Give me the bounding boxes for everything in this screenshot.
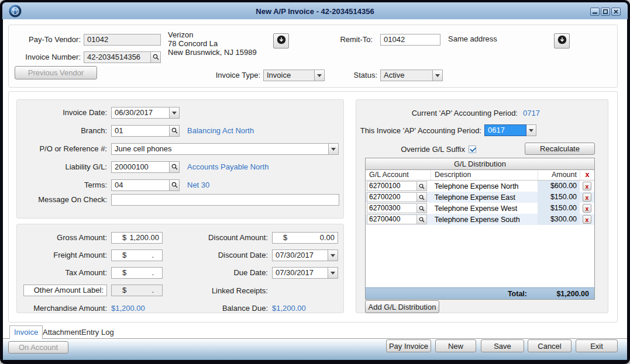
column-header-description: Description [431, 170, 538, 180]
liability-gl-name-link[interactable]: Accounts Payable North [187, 161, 268, 173]
other-amount-field[interactable]: $ . [111, 285, 163, 296]
discount-amount-field[interactable]: $ 0.00 [272, 232, 338, 244]
on-account-button[interactable]: On Account [8, 341, 68, 353]
amount-cell[interactable]: $600.00 [538, 181, 580, 192]
discount-date-combo[interactable]: 07/30/2017 [272, 249, 338, 261]
currency-symbol: $ [122, 250, 126, 261]
search-icon [153, 52, 159, 63]
account-field[interactable]: 62700400 [367, 214, 417, 224]
liability-gl-search-button[interactable] [170, 161, 180, 173]
remit-to-field[interactable]: 01042 [380, 34, 440, 46]
amount-cell[interactable]: $150.00 [538, 203, 580, 214]
remit-address-expand-button[interactable] [554, 33, 570, 48]
other-amount-value: . [152, 285, 154, 296]
invoice-type-dropdown-arrow[interactable] [315, 70, 325, 81]
po-reference-dropdown-arrow[interactable] [329, 143, 339, 155]
cancel-button[interactable]: Cancel [528, 339, 572, 352]
delete-cell: x [580, 204, 594, 213]
close-button[interactable] [611, 8, 621, 16]
description-cell[interactable]: Telephone Expense East [431, 193, 538, 202]
branch-field[interactable]: 01 [111, 125, 170, 137]
delete-row-button[interactable]: x [583, 182, 591, 190]
other-amount-label-field[interactable]: Other Amount Label: [23, 285, 107, 296]
invoice-date-dropdown-arrow[interactable] [170, 107, 180, 119]
delete-row-button[interactable]: x [583, 193, 591, 202]
vendor-address-expand-button[interactable] [273, 33, 289, 48]
liability-gl-label: Liability G/L: [35, 161, 107, 173]
exit-button[interactable]: Exit [576, 339, 618, 352]
account-field[interactable]: 62700300 [367, 203, 417, 213]
invoice-ap-period-value[interactable]: 0617 [484, 124, 526, 136]
description-cell[interactable]: Telephone Expense South [431, 216, 538, 224]
account-search-button[interactable] [417, 203, 427, 213]
discount-date-value[interactable]: 07/30/2017 [272, 249, 328, 261]
invoice-ap-period-combo[interactable]: 0617 [484, 124, 536, 136]
liability-gl-field[interactable]: 20000100 [111, 161, 170, 173]
discount-date-dropdown-arrow[interactable] [328, 249, 338, 261]
add-gl-distribution-button[interactable]: Add G/L Distribution [365, 300, 439, 313]
freight-amount-field[interactable]: $ . [111, 249, 163, 261]
tab-invoice[interactable]: Invoice [9, 325, 43, 339]
circle-down-arrow-icon [557, 35, 567, 47]
previous-vendor-button[interactable]: Previous Vendor [15, 66, 97, 79]
account-field[interactable]: 62700100 [367, 181, 417, 191]
terms-name-link[interactable]: Net 30 [187, 179, 209, 191]
invoice-ap-period-dropdown-arrow[interactable] [526, 124, 536, 136]
delete-row-button[interactable]: x [583, 204, 591, 213]
pay-invoice-button[interactable]: Pay Invoice [386, 339, 431, 352]
description-cell[interactable]: Telephone Expense West [431, 204, 538, 213]
invoice-type-value[interactable]: Invoice [263, 70, 315, 81]
delete-row-button[interactable]: x [583, 215, 591, 224]
terms-field[interactable]: 04 [111, 179, 170, 191]
status-value[interactable]: Active [380, 70, 433, 81]
search-icon [419, 192, 425, 203]
invoice-number-search-button[interactable] [151, 51, 161, 63]
delete-cell: x [580, 182, 594, 190]
invoice-number-group: 42-2034514356 [84, 51, 161, 63]
circle-down-arrow-icon [277, 35, 286, 47]
delete-cell: x [580, 193, 594, 202]
message-on-check-field[interactable] [111, 194, 339, 206]
recalculate-button[interactable]: Recalculate [525, 143, 595, 155]
status-combo[interactable]: Active [380, 70, 443, 81]
save-button[interactable]: Save [481, 339, 524, 352]
invoice-number-field[interactable]: 42-2034514356 [84, 51, 151, 63]
pay-to-vendor-field[interactable]: 01042 [84, 34, 161, 46]
po-reference-combo[interactable]: June cell phones [111, 143, 339, 155]
po-reference-value[interactable]: June cell phones [111, 143, 329, 155]
chevron-down-icon [435, 74, 440, 79]
tab-entry-log[interactable]: Entry Log [77, 326, 118, 338]
override-gl-suffix-checkbox[interactable] [469, 145, 476, 153]
due-date-dropdown-arrow[interactable] [328, 267, 338, 279]
search-icon [419, 203, 425, 214]
merchandise-amount-label: Merchandise Amount: [23, 303, 107, 314]
maximize-button[interactable] [601, 8, 610, 16]
account-search-button[interactable] [417, 192, 427, 202]
new-button[interactable]: New [435, 339, 476, 352]
gl-distribution-table-title: G/L Distribution [366, 158, 594, 170]
account-search-button[interactable] [417, 181, 427, 191]
table-total-row: Total: $1,200.00 [366, 287, 594, 299]
branch-name-link[interactable]: Balancing Act North [187, 125, 254, 137]
due-date-combo[interactable]: 07/30/2017 [272, 267, 338, 279]
invoice-date-combo[interactable]: 06/30/2017 [111, 107, 180, 119]
terms-search-button[interactable] [170, 179, 180, 191]
account-cell: 62700400 [366, 214, 431, 225]
search-icon [171, 162, 178, 172]
amount-cell[interactable]: $300.00 [538, 214, 580, 225]
delete-cell: x [580, 215, 594, 224]
column-header-delete: x [580, 170, 594, 180]
tax-amount-field[interactable]: $ . [111, 267, 163, 279]
account-search-button[interactable] [417, 214, 427, 224]
invoice-type-combo[interactable]: Invoice [263, 70, 325, 81]
due-date-value[interactable]: 07/30/2017 [272, 267, 328, 279]
gross-amount-field[interactable]: $ 1,200.00 [111, 232, 163, 244]
branch-search-button[interactable] [170, 125, 180, 137]
description-cell[interactable]: Telephone Expense North [431, 182, 538, 190]
minimize-button[interactable] [590, 8, 600, 16]
status-dropdown-arrow[interactable] [433, 70, 443, 81]
account-field[interactable]: 62700200 [367, 192, 417, 202]
remit-to-label: Remit-To: [331, 34, 373, 46]
invoice-date-value[interactable]: 06/30/2017 [111, 107, 170, 119]
amount-cell[interactable]: $150.00 [538, 192, 580, 203]
